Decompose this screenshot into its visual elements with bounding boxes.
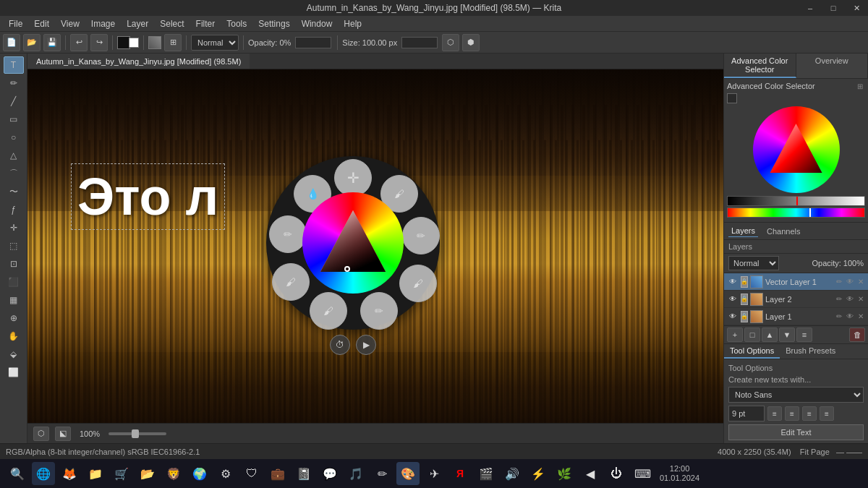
freehand-brush-tool-btn[interactable]: ✏ [4,74,24,92]
taskbar-back[interactable]: ◀ [579,462,602,485]
layer-menu-btn[interactable]: ≡ [796,328,812,342]
layer-vis-btn-v1[interactable]: 👁 [845,278,855,286]
layer-vis-2[interactable]: 👁 [727,294,739,305]
canvas-text-element[interactable]: Это л [71,163,225,230]
size-slider[interactable] [401,37,438,48]
bezier-tool-btn[interactable]: ⌒ [4,165,24,182]
menu-file[interactable]: File [3,17,28,30]
font-select[interactable]: Noto Sans [728,387,864,403]
font-size-input[interactable] [728,406,765,421]
layer-lock-1[interactable]: 🔒 [741,311,748,322]
menu-select[interactable]: Select [154,17,190,30]
wheel-tool-l1[interactable]: ✏ [269,215,307,253]
layer-vis-btn-2[interactable]: 👁 [845,295,855,303]
menu-settings[interactable]: Settings [252,17,295,30]
edit-text-btn[interactable]: Edit Text [728,424,864,440]
taskbar-krita[interactable]: 🎨 [396,462,420,485]
taskbar-misc2[interactable]: 🌿 [553,462,576,485]
taskbar-folder[interactable]: 📁 [84,462,107,485]
opacity-slider[interactable] [295,37,331,48]
layer-item-vector-1[interactable]: 👁 🔒 Vector Layer 1 ✏ 👁 ✕ [724,273,868,291]
taskbar-files[interactable]: 📂 [136,462,159,485]
layer-lock-v1[interactable]: 🔒 [741,276,748,288]
fill-btn[interactable]: ⬛ [4,273,24,291]
canvas-mirror-btn[interactable]: ⬡ [33,427,49,441]
ellipse-tool-btn[interactable]: ○ [4,129,24,146]
menu-edit[interactable]: Edit [28,17,55,30]
taskbar-teams[interactable]: 💬 [318,462,341,485]
polygon-tool-btn[interactable]: △ [4,147,24,164]
grid-btn[interactable]: ⊞ [164,34,182,51]
taskbar-media[interactable]: 🎬 [475,462,498,485]
layer-edit-btn-1[interactable]: ✏ [835,312,843,320]
menu-window[interactable]: Window [296,17,339,30]
taskbar-settings[interactable]: ⚙ [214,462,237,485]
open-btn[interactable]: 📂 [23,34,41,51]
save-btn[interactable]: 💾 [43,34,61,51]
align-right-btn[interactable]: ≡ [802,406,817,421]
canvas-viewport[interactable]: Это л ✛ 🖌 ✏ 🖌 ✏ 🖌 🖌 ✏ 💧 [27,69,723,423]
brush-presets-tab[interactable]: Brush Presets [780,344,841,359]
taskbar-keyboard[interactable]: ⌨ [631,462,654,485]
menu-filter[interactable]: Filter [190,17,221,30]
color-cursor[interactable] [344,266,350,272]
wheel-tool-r2[interactable]: 🖌 [399,265,437,302]
zoom-thumb[interactable] [132,429,139,438]
layer-del-btn-1[interactable]: ✕ [856,312,865,320]
taskbar-edge[interactable]: 🌐 [32,462,55,485]
move-layer-up-btn[interactable]: ▲ [762,328,778,342]
pattern-display[interactable] [148,36,161,49]
minimize-button[interactable]: – [799,0,822,16]
taskbar-spotify[interactable]: 🎵 [344,462,367,485]
wheel-history-btn[interactable]: ⏱ [330,335,350,355]
menu-image[interactable]: Image [85,17,121,30]
calligraphy-btn[interactable]: ƒ [4,201,24,218]
layer-vis-1[interactable]: 👁 [727,311,739,322]
overview-tab[interactable]: Overview [796,53,869,78]
taskbar-chrome[interactable]: 🌍 [188,462,211,485]
wheel-forward-btn[interactable]: ▶ [356,335,376,355]
acs-checkbox[interactable] [727,93,737,103]
layer-del-btn-v1[interactable]: ✕ [856,278,865,286]
align-center-btn[interactable]: ≡ [785,406,799,421]
rect-tool-btn[interactable]: ▭ [4,111,24,128]
blend-mode-select[interactable]: Normal [191,35,239,51]
wheel-tool-bot[interactable]: 🖌 [310,292,347,330]
channels-tab[interactable]: Channels [764,226,803,237]
line-tool-btn[interactable]: ╱ [4,93,24,110]
acs-gradient-bar-1[interactable] [727,196,865,206]
redo-btn[interactable]: ↪ [90,34,108,51]
move-layer-down-btn[interactable]: ▼ [779,328,795,342]
layer-item-1[interactable]: 👁 🔒 Layer 1 ✏ 👁 ✕ [724,308,868,325]
background-color[interactable] [129,38,139,48]
text-tool-btn[interactable]: T [4,56,24,74]
crop-btn[interactable]: ⊡ [4,255,24,273]
layer-edit-btn-v1[interactable]: ✏ [835,278,843,286]
menu-tools[interactable]: Tools [221,17,252,30]
taskbar-audio[interactable]: 🔊 [501,462,524,485]
inner-color-wheel[interactable] [302,192,404,294]
acs-hue-bar[interactable] [727,207,865,218]
taskbar-firefox[interactable]: 🦊 [58,462,81,485]
layer-vis-vector-1[interactable]: 👁 [727,276,739,288]
taskbar-shield[interactable]: 🛡 [240,462,263,485]
mirror-btn[interactable]: ⬡ [442,34,459,51]
wheel-tool-bl[interactable]: 🖌 [272,263,310,301]
acs-close-btn[interactable]: ⊞ [855,82,865,90]
taskbar-brave[interactable]: 🦁 [162,462,185,485]
advanced-color-selector-tab[interactable]: Advanced Color Selector [724,53,796,78]
menu-view[interactable]: View [55,17,85,30]
move-tool-btn[interactable]: ✛ [4,219,24,236]
layer-type-btn[interactable]: □ [744,328,760,342]
align-justify-btn[interactable]: ≡ [820,406,834,421]
align-left-btn[interactable]: ≡ [767,406,782,421]
taskbar-sublimetext[interactable]: ✏ [370,462,393,485]
taskbar-power[interactable]: ⏻ [605,462,628,485]
pan-btn[interactable]: ✋ [4,328,24,345]
zoom-btn[interactable]: ⊕ [4,309,24,327]
close-button[interactable]: ✕ [845,0,868,16]
wrap-btn[interactable]: ⬢ [462,34,480,51]
canvas-tab-main[interactable]: Autumn_in_Kanas_by_Wang_Jinyu.jpg [Modif… [27,53,250,69]
taskbar-store[interactable]: 🛒 [110,462,133,485]
taskbar-telegram[interactable]: ✈ [422,462,446,485]
